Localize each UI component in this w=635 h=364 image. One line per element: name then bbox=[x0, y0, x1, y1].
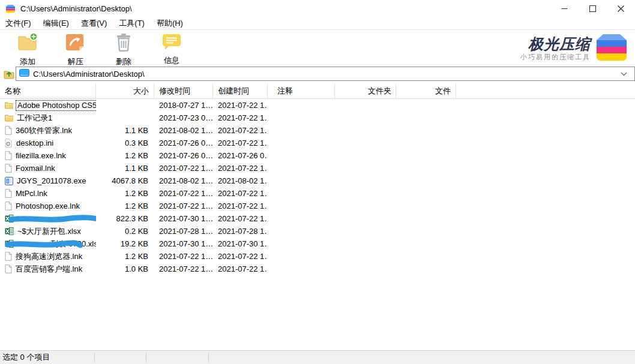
brand-area: 极光压缩 小巧易用的压缩工具 bbox=[520, 32, 631, 65]
file-count-cell bbox=[396, 250, 456, 263]
up-folder-button[interactable] bbox=[2, 67, 16, 80]
folder-count-cell bbox=[335, 99, 396, 112]
file-row[interactable]: filezilla.exe.lnk1.2 KB2021-07-26 0…2021… bbox=[0, 149, 635, 162]
file-size: 1.2 KB bbox=[96, 250, 154, 263]
file-row[interactable]: 百度营销客户端.lnk1.0 KB2021-07-22 1…2021-07-22… bbox=[0, 263, 635, 275]
column-header-comment[interactable]: 注释 bbox=[268, 84, 335, 98]
comment-cell bbox=[268, 149, 335, 162]
folder-count-cell bbox=[335, 112, 396, 124]
column-header-row: 名称大小修改时间创建时间注释文件夹文件 bbox=[0, 84, 635, 99]
minimize-button[interactable] bbox=[550, 0, 579, 17]
row-spacer-cell bbox=[456, 137, 635, 149]
file-icon bbox=[5, 151, 12, 160]
file-row[interactable]: Photoshop.exe.lnk1.2 KB2021-07-22 1…2021… bbox=[0, 200, 635, 212]
file-name-cell: ~$大厅新开包.xlsx bbox=[0, 225, 96, 237]
folder-count-cell bbox=[335, 149, 396, 162]
maximize-button[interactable] bbox=[579, 0, 607, 17]
file-size: 1.0 KB bbox=[96, 263, 154, 275]
file-created-time: 2021-07-22 1… bbox=[213, 200, 268, 212]
brand-slogan: 小巧易用的压缩工具 bbox=[520, 53, 591, 62]
status-bar: 选定 0 个项目 bbox=[0, 350, 635, 364]
comment-cell bbox=[268, 225, 335, 237]
file-size: 1.2 KB bbox=[96, 187, 154, 200]
file-count-cell bbox=[396, 263, 456, 275]
extract-button[interactable]: 解压 bbox=[52, 32, 100, 65]
file-name-cell: Adobe Photoshop CS5 bbox=[0, 99, 96, 112]
file-icon bbox=[5, 264, 12, 273]
file-row[interactable]: JGYS_2011078.exe4067.8 KB2021-08-02 1…20… bbox=[0, 175, 635, 187]
file-modified-time: 2021-07-22 1… bbox=[154, 187, 213, 200]
file-row[interactable]: 列表-0730.xlsx 19.2 KB2021-07-30 1…2021-07… bbox=[0, 237, 635, 250]
file-modified-time: 2021-07-28 1… bbox=[154, 225, 213, 237]
file-count-cell bbox=[396, 237, 456, 250]
file-count-cell bbox=[396, 175, 456, 187]
file-row[interactable]: 工作记录12021-07-23 0…2021-07-22 1… bbox=[0, 112, 635, 124]
comment-cell bbox=[268, 187, 335, 200]
file-created-time: 2021-07-22 1… bbox=[213, 112, 268, 124]
excel-icon bbox=[5, 239, 14, 248]
menu-item-1[interactable]: 编辑(E) bbox=[39, 17, 73, 30]
column-header-folder[interactable]: 文件夹 bbox=[335, 84, 396, 98]
file-name-cell: 百度营销客户端.lnk bbox=[0, 263, 96, 275]
file-icon bbox=[5, 126, 12, 135]
excel-icon bbox=[5, 227, 14, 236]
folder-count-cell bbox=[335, 250, 396, 263]
status-separator bbox=[208, 353, 209, 362]
row-spacer-cell bbox=[456, 237, 635, 250]
file-name: MtPcl.lnk bbox=[14, 189, 49, 198]
column-header-created[interactable]: 创建时间 bbox=[213, 84, 268, 98]
file-modified-time: 2021-07-22 1… bbox=[154, 200, 213, 212]
file-name: Foxmail.lnk bbox=[14, 164, 56, 173]
file-row[interactable]: desktop.ini0.3 KB2021-07-26 0…2021-07-22… bbox=[0, 137, 635, 149]
file-name-cell: 360软件管家.lnk bbox=[0, 124, 96, 137]
file-row[interactable]: 822.3 KB2021-07-30 1…2021-07-22 1… bbox=[0, 212, 635, 225]
column-header-file[interactable]: 文件 bbox=[396, 84, 456, 98]
chevron-down-icon[interactable] bbox=[621, 72, 627, 76]
file-size: 0.3 KB bbox=[96, 137, 154, 149]
folder-count-cell bbox=[335, 263, 396, 275]
file-modified-time: 2021-07-22 1… bbox=[154, 263, 213, 275]
file-row[interactable]: 360软件管家.lnk1.1 KB2021-08-02 1…2021-07-22… bbox=[0, 124, 635, 137]
status-separator bbox=[146, 353, 146, 362]
column-header-modified[interactable]: 修改时间 bbox=[154, 84, 213, 98]
file-row[interactable]: Adobe Photoshop CS52018-07-27 1…2021-07-… bbox=[0, 99, 635, 112]
row-spacer-cell bbox=[456, 225, 635, 237]
folder-count-cell bbox=[335, 162, 396, 175]
row-spacer-cell bbox=[456, 200, 635, 212]
menu-item-0[interactable]: 文件(F) bbox=[1, 17, 35, 30]
column-header-size[interactable]: 大小 bbox=[96, 84, 154, 98]
file-count-cell bbox=[396, 187, 456, 200]
file-modified-time: 2018-07-27 1… bbox=[154, 99, 213, 112]
file-name-cell: 搜狗高速浏览器.lnk bbox=[0, 250, 96, 263]
row-spacer-cell bbox=[456, 250, 635, 263]
address-combobox[interactable]: C:\Users\Administrator\Desktop\ bbox=[16, 67, 635, 81]
file-icon bbox=[5, 201, 12, 210]
file-row[interactable]: 搜狗高速浏览器.lnk1.2 KB2021-07-22 1…2021-07-22… bbox=[0, 250, 635, 263]
file-list: Adobe Photoshop CS52018-07-27 1…2021-07-… bbox=[0, 99, 635, 350]
address-path[interactable]: C:\Users\Administrator\Desktop\ bbox=[33, 70, 621, 79]
window-controls bbox=[550, 0, 635, 17]
file-name: Adobe Photoshop CS5 bbox=[16, 100, 96, 111]
file-name: JGYS_2011078.exe bbox=[16, 176, 87, 186]
add-button[interactable]: 添加 bbox=[4, 32, 52, 65]
menu-item-4[interactable]: 帮助(H) bbox=[152, 17, 187, 30]
brand-logo-icon bbox=[595, 32, 628, 65]
toolbar-button-label: 信息 bbox=[164, 55, 179, 66]
file-row[interactable]: Foxmail.lnk1.1 KB2021-07-22 1…2021-07-22… bbox=[0, 162, 635, 175]
file-created-time: 2021-07-22 1… bbox=[213, 162, 268, 175]
comment-cell bbox=[268, 137, 335, 149]
folder-count-cell bbox=[335, 187, 396, 200]
extract-icon bbox=[65, 32, 86, 55]
app-window: C:\Users\Administrator\Desktop\ 文件(F)编辑(… bbox=[0, 0, 635, 364]
folder-count-cell bbox=[335, 225, 396, 237]
delete-button[interactable]: 删除 bbox=[100, 32, 148, 65]
menu-item-3[interactable]: 工具(T) bbox=[115, 17, 149, 30]
info-button[interactable]: 信息 bbox=[148, 32, 196, 65]
row-spacer-cell bbox=[456, 212, 635, 225]
file-row[interactable]: ~$大厅新开包.xlsx0.2 KB2021-07-28 1…2021-07-2… bbox=[0, 225, 635, 237]
column-header-name[interactable]: 名称 bbox=[0, 84, 96, 98]
address-row: C:\Users\Administrator\Desktop\ bbox=[0, 66, 635, 84]
file-row[interactable]: MtPcl.lnk1.2 KB2021-07-22 1…2021-07-22 1… bbox=[0, 187, 635, 200]
close-button[interactable] bbox=[607, 0, 635, 17]
menu-item-2[interactable]: 查看(V) bbox=[77, 17, 111, 30]
